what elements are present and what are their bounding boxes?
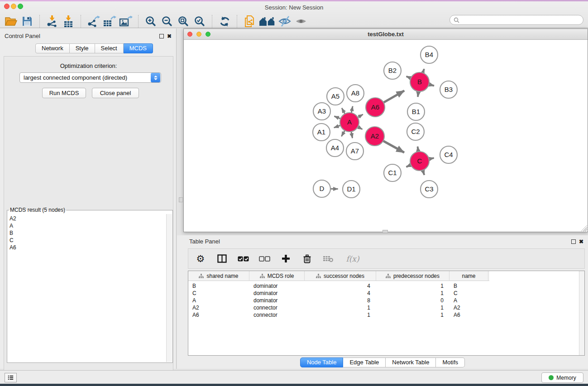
table-cell[interactable]: dominator [249, 290, 305, 297]
memory-button[interactable]: Memory [541, 372, 583, 383]
table-cell[interactable]: 1 [305, 304, 376, 311]
table-row[interactable]: A6connector11A6 [188, 311, 584, 319]
table-row[interactable]: Cdominator41C [188, 290, 584, 297]
result-scrollbar[interactable] [166, 214, 172, 362]
table-tab-edge-table[interactable]: Edge Table [343, 357, 386, 367]
table-row[interactable]: A2connector11A2 [188, 304, 584, 311]
edge-A-A2[interactable] [358, 127, 362, 129]
table-float-button[interactable] [571, 238, 576, 245]
table-cell[interactable]: 4 [305, 282, 376, 290]
export-network-button[interactable] [85, 14, 101, 29]
edge-A-A3[interactable] [334, 116, 340, 119]
resize-grip[interactable] [581, 225, 587, 231]
tab-network[interactable]: Network [35, 43, 70, 53]
edge-A-A7[interactable] [351, 132, 353, 138]
open-session-button[interactable] [3, 14, 19, 29]
export-image-button[interactable] [118, 14, 134, 29]
table-cell[interactable]: C [449, 290, 488, 297]
edge-B-B2[interactable] [406, 76, 411, 78]
run-mcds-button[interactable]: Run MCDS [42, 88, 86, 98]
table-options-button[interactable]: ⚙ [195, 252, 206, 266]
node-C3[interactable]: C3 [421, 181, 438, 198]
node-A8[interactable]: A8 [347, 85, 364, 102]
node-A3[interactable]: A3 [313, 103, 330, 120]
edge-A-A1[interactable] [334, 125, 341, 128]
apply-layout-button[interactable] [216, 14, 233, 29]
node-A[interactable]: A [340, 113, 359, 132]
table-cell[interactable]: 1 [376, 282, 449, 290]
optimization-criterion-select[interactable]: largest connected component (directed) [19, 72, 161, 83]
node-A6[interactable]: A6 [366, 98, 385, 117]
mcds-result-item[interactable]: A [10, 222, 166, 229]
edge-B-B4[interactable] [423, 69, 424, 73]
node-C[interactable]: C [410, 152, 429, 171]
edge-C-C3[interactable] [423, 170, 425, 175]
node-A4[interactable]: A4 [326, 139, 344, 157]
import-table-button[interactable] [60, 14, 76, 29]
zoom-in-button[interactable] [143, 14, 159, 29]
table-cell[interactable]: dominator [249, 297, 305, 304]
table-cell[interactable]: A6 [188, 311, 249, 319]
edge-A-A5[interactable] [342, 108, 345, 114]
export-table-button[interactable] [101, 14, 118, 29]
mcds-result-item[interactable]: C [10, 237, 166, 244]
edge-C-C2[interactable] [418, 147, 419, 152]
table-tab-network-table[interactable]: Network Table [386, 357, 436, 367]
table-cell[interactable]: A [188, 297, 249, 304]
tab-mcds[interactable]: MCDS [124, 43, 153, 53]
table-cell[interactable]: 1 [376, 304, 449, 311]
table-tab-node-table[interactable]: Node Table [300, 357, 344, 367]
table-row[interactable]: Bdominator41B [188, 282, 584, 290]
column-header-shared-name[interactable]: shared name [188, 271, 249, 281]
node-B2[interactable]: B2 [384, 62, 401, 79]
column-header-predecessor-nodes[interactable]: predecessor nodes [376, 271, 449, 281]
table-cell[interactable]: 0 [376, 297, 449, 304]
table-cell[interactable]: A6 [449, 311, 488, 319]
node-A1[interactable]: A1 [313, 124, 330, 141]
edge-A-A8[interactable] [351, 106, 353, 113]
zoom-out-button[interactable] [159, 14, 175, 29]
task-history-button[interactable] [5, 373, 17, 382]
edge-B-B1[interactable] [418, 91, 418, 97]
node-B3[interactable]: B3 [440, 81, 457, 98]
tab-select[interactable]: Select [95, 43, 124, 53]
edge-A6-B[interactable] [383, 91, 404, 102]
tab-style[interactable]: Style [70, 43, 95, 53]
clone-network-button[interactable] [241, 14, 258, 29]
save-session-button[interactable] [19, 14, 35, 29]
horizontal-splitter-handle[interactable] [382, 230, 388, 233]
table-cell[interactable]: 1 [305, 311, 376, 319]
select-all-button[interactable] [237, 252, 249, 266]
node-D[interactable]: D [313, 180, 330, 197]
node-A7[interactable]: A7 [346, 143, 363, 160]
node-table[interactable]: shared nameMCDS rolesuccessor nodesprede… [188, 271, 585, 356]
float-panel-button[interactable] [159, 33, 164, 40]
node-C1[interactable]: C1 [384, 164, 401, 181]
table-cell[interactable]: 1 [376, 311, 449, 319]
vertical-splitter-handle[interactable] [179, 197, 183, 202]
node-B1[interactable]: B1 [407, 103, 425, 120]
edge-A-A6[interactable] [358, 114, 363, 118]
node-A2[interactable]: A2 [365, 127, 384, 146]
column-header-name[interactable]: name [449, 271, 488, 281]
table-cell[interactable]: connector [249, 311, 305, 319]
edge-C-C4[interactable] [429, 158, 434, 159]
add-column-button[interactable] [280, 252, 292, 266]
table-row[interactable]: Adominator80A [188, 297, 584, 304]
table-cell[interactable]: A [449, 297, 488, 304]
edge-C-C1[interactable] [406, 165, 411, 167]
table-cell[interactable]: dominator [249, 282, 305, 290]
deselect-all-button[interactable] [258, 252, 270, 266]
table-cell[interactable]: C [188, 290, 249, 297]
table-cell[interactable]: connector [249, 304, 305, 311]
node-B[interactable]: B [410, 72, 429, 91]
table-cell[interactable]: B [188, 282, 249, 290]
close-panel-action-button[interactable]: Close panel [92, 88, 139, 98]
mcds-result-item[interactable]: A2 [10, 215, 166, 222]
edge-A-A4[interactable] [341, 130, 344, 136]
table-scrollbar[interactable] [579, 271, 584, 355]
mcds-result-item[interactable]: B [10, 229, 166, 237]
column-header-mcds-role[interactable]: MCDS role [249, 271, 305, 281]
node-C2[interactable]: C2 [407, 123, 424, 140]
table-cell[interactable]: 8 [305, 297, 376, 304]
